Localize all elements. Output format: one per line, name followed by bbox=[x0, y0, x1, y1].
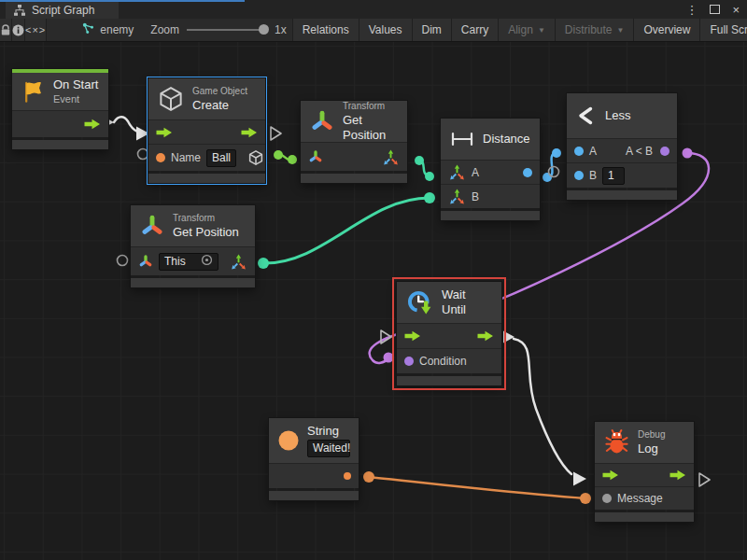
value-port-in[interactable] bbox=[404, 357, 414, 366]
vector3-port-out[interactable] bbox=[230, 253, 247, 271]
toolbar-button-distribute[interactable]: Distribute▼ bbox=[555, 19, 634, 41]
node-string[interactable]: StringWaited! bbox=[269, 418, 359, 500]
node-header[interactable]: Less bbox=[567, 93, 677, 138]
value-input[interactable]: Ball bbox=[206, 149, 236, 167]
transform-small-port-in[interactable] bbox=[308, 149, 323, 164]
node-header[interactable]: Distance bbox=[441, 119, 540, 160]
node-header[interactable]: Wait Until bbox=[397, 282, 501, 323]
node-title: Less bbox=[605, 108, 630, 123]
flow-port-out[interactable] bbox=[241, 127, 258, 138]
node-kicker: Transform bbox=[173, 213, 239, 224]
toolbar-button-dim[interactable]: Dim bbox=[412, 19, 451, 41]
flow-port-out[interactable] bbox=[669, 469, 686, 481]
node-on-start-event[interactable]: On StartEvent bbox=[12, 69, 108, 149]
toolbar-button-relations[interactable]: Relations bbox=[292, 19, 359, 41]
node-header[interactable]: TransformGet Position bbox=[301, 101, 407, 142]
zoom-slider[interactable] bbox=[187, 29, 267, 31]
value-port-in[interactable] bbox=[574, 171, 584, 180]
toolbar-button-label: Values bbox=[369, 23, 402, 36]
value-port-in[interactable] bbox=[574, 147, 584, 156]
node-header-text: Game ObjectCreate bbox=[192, 86, 247, 113]
transform-small-port-in[interactable] bbox=[138, 254, 153, 269]
value-port-in[interactable] bbox=[602, 494, 612, 503]
node-header[interactable]: StringWaited! bbox=[269, 418, 359, 463]
target-icon[interactable] bbox=[201, 254, 213, 269]
toolbar-button-values[interactable]: Values bbox=[359, 19, 412, 41]
chevron-down-icon: ▼ bbox=[538, 26, 545, 35]
node-title: Distance bbox=[483, 132, 530, 147]
node-distance[interactable]: DistanceAB bbox=[441, 119, 540, 220]
node-title: Get Position bbox=[173, 225, 239, 240]
info-button[interactable] bbox=[12, 19, 25, 41]
tab-script-graph[interactable]: Script Graph bbox=[6, 2, 119, 19]
value-input[interactable]: 1 bbox=[602, 167, 625, 185]
node-footer bbox=[567, 190, 677, 200]
lock-button[interactable] bbox=[0, 19, 12, 41]
flow-port-out[interactable] bbox=[84, 119, 101, 130]
vector3-port-out[interactable] bbox=[382, 148, 400, 166]
node-create-game-object[interactable]: Game ObjectCreateNameBall bbox=[148, 78, 265, 183]
node-kicker: Game Object bbox=[192, 86, 247, 97]
node-title: Get Position bbox=[343, 113, 399, 142]
node-header-text: Distance bbox=[483, 132, 530, 147]
expression-label: A < B bbox=[626, 145, 653, 158]
flow-port-in[interactable] bbox=[404, 330, 421, 342]
port-label: B bbox=[472, 190, 479, 203]
flow-port-out[interactable] bbox=[477, 330, 494, 342]
vector3-port-in[interactable] bbox=[448, 163, 466, 181]
script-graph-icon bbox=[13, 4, 26, 17]
more-icon[interactable]: ⋮ bbox=[685, 3, 698, 17]
node-header[interactable]: Game ObjectCreate bbox=[148, 78, 265, 119]
distance-icon bbox=[449, 130, 475, 148]
toolbar-button-carry[interactable]: Carry bbox=[451, 19, 498, 41]
node-port-row: A bbox=[441, 160, 540, 184]
flow-port-in[interactable] bbox=[602, 469, 619, 481]
node-header-text: StringWaited! bbox=[307, 424, 350, 457]
node-get-position-2[interactable]: TransformGet PositionThis bbox=[131, 205, 255, 287]
node-header[interactable]: TransformGet Position bbox=[131, 205, 255, 246]
node-header-text: TransformGet Position bbox=[173, 213, 239, 240]
vector3-port-in[interactable] bbox=[448, 188, 466, 205]
node-debug-log[interactable]: DebugLogMessage bbox=[595, 422, 694, 522]
value-input[interactable]: This bbox=[159, 253, 218, 271]
toolbar-button-overview[interactable]: Overview bbox=[633, 19, 699, 41]
title-bar: Script Graph ⋮ × bbox=[0, 0, 747, 20]
flow-port-in[interactable] bbox=[156, 127, 173, 138]
value-port-out[interactable] bbox=[523, 168, 532, 177]
node-port-row bbox=[595, 463, 694, 486]
node-header[interactable]: DebugLog bbox=[595, 422, 694, 463]
node-subtitle: Event bbox=[53, 93, 98, 105]
node-title: Log bbox=[638, 441, 665, 456]
port-label: Name bbox=[171, 151, 201, 164]
value-input[interactable]: Waited! bbox=[307, 440, 350, 457]
value-port-in[interactable] bbox=[156, 153, 165, 162]
zoom-slider-handle[interactable] bbox=[259, 24, 269, 35]
cube-small-port-out[interactable] bbox=[247, 149, 264, 166]
value-port-out[interactable] bbox=[660, 147, 669, 156]
toolbar-button-full-screen[interactable]: Full Screen bbox=[699, 19, 747, 41]
node-port-row: NameBall bbox=[148, 144, 265, 171]
value-port-out[interactable] bbox=[344, 472, 351, 480]
value-input-text: Ball bbox=[212, 151, 231, 164]
node-port-row bbox=[12, 110, 108, 137]
window-controls: ⋮ × bbox=[685, 0, 740, 19]
node-port-row bbox=[269, 463, 359, 488]
toolbar-button-align[interactable]: Align▼ bbox=[498, 19, 555, 41]
cube-icon bbox=[157, 85, 185, 113]
node-get-position-1[interactable]: TransformGet Position bbox=[301, 101, 407, 183]
node-footer bbox=[301, 174, 407, 183]
node-title: On Start bbox=[53, 77, 98, 92]
zoom-value: 1x bbox=[275, 23, 287, 36]
maximize-icon[interactable] bbox=[710, 5, 720, 14]
node-port-row: This bbox=[131, 246, 255, 275]
node-header[interactable]: On StartEvent bbox=[12, 73, 108, 110]
node-footer bbox=[397, 376, 501, 385]
graph-breadcrumb[interactable]: enemy bbox=[71, 19, 145, 41]
toolbar: <×> enemy Zoom 1x RelationsValuesDimCarr… bbox=[0, 19, 747, 42]
node-footer bbox=[269, 491, 359, 500]
code-view-button[interactable]: <×> bbox=[25, 19, 47, 41]
node-wait-until[interactable]: Wait UntilCondition bbox=[397, 282, 501, 385]
close-icon[interactable]: × bbox=[732, 3, 740, 17]
node-title: String bbox=[307, 424, 350, 439]
node-less[interactable]: LessAA < BB1 bbox=[567, 93, 677, 200]
